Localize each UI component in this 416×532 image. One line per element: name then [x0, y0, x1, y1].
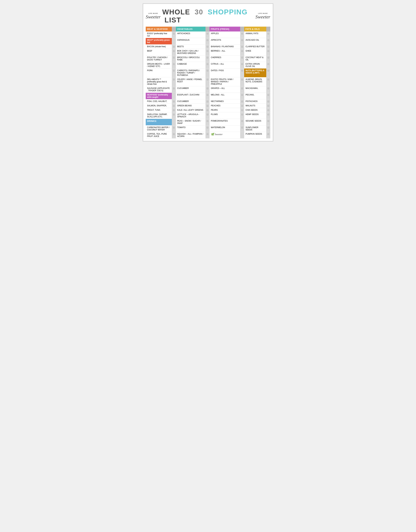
checkbox-fruit[interactable]: □	[240, 38, 244, 45]
checkbox-fats[interactable]: □	[266, 49, 270, 56]
checkbox-veg[interactable]: □	[206, 104, 209, 108]
checkbox-fats[interactable]: □	[266, 104, 270, 108]
checkbox-fruit[interactable]: □	[240, 125, 244, 132]
checkbox-fruit[interactable]: □	[240, 108, 244, 112]
meat-cell: SALMON, SNAPPER,	[146, 104, 172, 108]
checkbox-meat[interactable]: □	[172, 31, 176, 38]
checkbox-fruit[interactable]: □	[240, 119, 244, 125]
checkbox-meat[interactable]: □	[172, 132, 176, 139]
table-row: EGGS *preferably free run□ARTICHOKES□APP…	[146, 31, 270, 38]
checkbox-veg[interactable]: □	[206, 119, 209, 125]
checkbox-meat[interactable]	[172, 119, 176, 125]
checkbox-fats[interactable]: □	[266, 112, 270, 119]
fats-cell: GHEE	[244, 49, 266, 56]
table-row: DRINKS:PEAS – SNOW / SUGAR / SNAP□POMEGR…	[146, 119, 270, 125]
logo-life-text: LIFE MADE	[148, 13, 158, 14]
veg-cell: TOMATO	[176, 125, 206, 132]
checkbox-fats[interactable]: □	[266, 86, 270, 93]
checkbox-meat[interactable]: □	[172, 49, 176, 56]
fruit-cell: POMEGRANATES	[209, 119, 240, 125]
checkbox-veg[interactable]: □	[206, 77, 209, 86]
table-row: SAUSAGE (APPLEGATE . TRADER JOE'S)□CUCUM…	[146, 86, 270, 93]
table-row: COFFEE, TEA, PURE FRUIT JUICE□SQUASH – A…	[146, 132, 270, 139]
checkbox-fruit[interactable]: □	[240, 56, 244, 62]
veg-cell: ASPARAGUS	[176, 38, 206, 45]
checkbox-veg[interactable]: □	[206, 132, 209, 139]
shopping-list-table: MEAT & SEAFOOD VEGETABLES FRUITS (FRESH)…	[146, 27, 270, 139]
checkbox-fruit[interactable]: □	[240, 112, 244, 119]
veg-cell: CARROTS / PARSNIPS / RADISH / TURNIP / R…	[176, 68, 206, 77]
checkbox-fruit[interactable]	[240, 132, 244, 139]
veg-cell: CABBAGE	[176, 62, 206, 68]
checkbox-fats[interactable]: □	[266, 38, 270, 45]
col-cb-fats	[266, 27, 270, 31]
table-row: MEAT* preferably grass-fedASPARAGUS□APRI…	[146, 38, 270, 45]
fruit-cell: BERRIES – ALL	[209, 49, 240, 56]
veg-cell: CUCUMBER	[176, 86, 206, 93]
checkbox-meat[interactable]	[172, 38, 176, 45]
fats-cell: WALNUTS	[244, 104, 266, 108]
veg-cell: CUCUMBER	[176, 99, 206, 104]
checkbox-fruit[interactable]: □	[240, 86, 244, 93]
checkbox-fats[interactable]: □	[266, 132, 270, 139]
checkbox-fruit[interactable]: □	[240, 104, 244, 108]
table-row: BEEF□BOK CHOY / GAI LAN / MUSTARD GREENS…	[146, 49, 270, 56]
checkbox-fats[interactable]: □	[266, 31, 270, 38]
fats-cell: ALMOND, BRAZIL NUTS, CASHEWS	[244, 77, 266, 86]
checkbox-fats[interactable]: □	[266, 119, 270, 125]
col-header-meat: MEAT & SEAFOOD	[146, 27, 172, 31]
checkbox-veg[interactable]: □	[206, 112, 209, 119]
fats-cell: SUNFLOWER SEEDS	[244, 125, 266, 132]
checkbox-fruit[interactable]: □	[240, 77, 244, 86]
checkbox-meat[interactable]: □	[172, 86, 176, 93]
checkbox-meat[interactable]: □	[172, 99, 176, 104]
checkbox-fats[interactable]: □	[266, 108, 270, 112]
checkbox-fruit[interactable]: □	[240, 31, 244, 38]
checkbox-meat[interactable]: □	[172, 45, 176, 49]
meat-cell: CARBONATED WATER / COCONUT WATER	[146, 125, 172, 132]
checkbox-fruit[interactable]: □	[240, 62, 244, 68]
checkbox-veg[interactable]: □	[206, 38, 209, 45]
checkbox-meat[interactable]: □	[172, 108, 176, 112]
fruit-cell: DATES / FIGS	[209, 68, 240, 77]
checkbox-veg[interactable]: □	[206, 93, 209, 99]
fats-cell: NUTS (BUTTERS) & SEEDS (LIMIT)	[244, 68, 266, 77]
checkbox-meat[interactable]: □	[172, 56, 176, 62]
fats-cell: AVOCADO OIL	[244, 38, 266, 45]
col-header-fruit: FRUITS (FRESH)	[209, 27, 240, 31]
checkbox-meat[interactable]: □	[172, 104, 176, 108]
checkbox-veg[interactable]: □	[206, 31, 209, 38]
checkbox-fats[interactable]: □	[266, 99, 270, 104]
checkbox-meat[interactable]: □	[172, 125, 176, 132]
checkbox-meat[interactable]	[172, 93, 176, 99]
checkbox-veg[interactable]: □	[206, 49, 209, 56]
fats-cell: PUMPKIN SEEDS	[244, 132, 266, 139]
checkbox-fats[interactable]: □	[266, 77, 270, 86]
checkbox-veg[interactable]: □	[206, 86, 209, 93]
checkbox-fruit[interactable]: □	[240, 99, 244, 104]
table-row: POULTRY: CHICKEN / DUCK/ TURKEY□BROCCOLI…	[146, 56, 270, 62]
checkbox-veg[interactable]: □	[206, 56, 209, 62]
checkbox-veg[interactable]: □	[206, 45, 209, 49]
checkbox-veg[interactable]: □	[206, 62, 209, 68]
checkbox-fats[interactable]: □	[266, 56, 270, 62]
checkbox-meat[interactable]: □	[172, 112, 176, 119]
title-30: 30	[195, 8, 203, 16]
checkbox-fats[interactable]: □	[266, 62, 270, 68]
checkbox-fruit[interactable]: □	[240, 93, 244, 99]
checkbox-fats[interactable]: □	[266, 93, 270, 99]
checkbox-veg[interactable]: □	[206, 99, 209, 104]
checkbox-fruit[interactable]: □	[240, 49, 244, 56]
checkbox-meat[interactable]: □	[172, 62, 176, 68]
checkbox-veg[interactable]: □	[206, 125, 209, 132]
checkbox-fats[interactable]: □	[266, 125, 270, 132]
checkbox-meat[interactable]: □	[172, 77, 176, 86]
checkbox-veg[interactable]: □	[206, 108, 209, 112]
checkbox-fats[interactable]: □	[266, 45, 270, 49]
checkbox-meat[interactable]: □	[172, 68, 176, 77]
checkbox-fruit[interactable]: □	[240, 68, 244, 77]
fruit-cell: PEACHES	[209, 104, 240, 108]
checkbox-veg[interactable]: □	[206, 68, 209, 77]
checkbox-fats[interactable]: □	[266, 68, 270, 77]
checkbox-fruit[interactable]: □	[240, 45, 244, 49]
